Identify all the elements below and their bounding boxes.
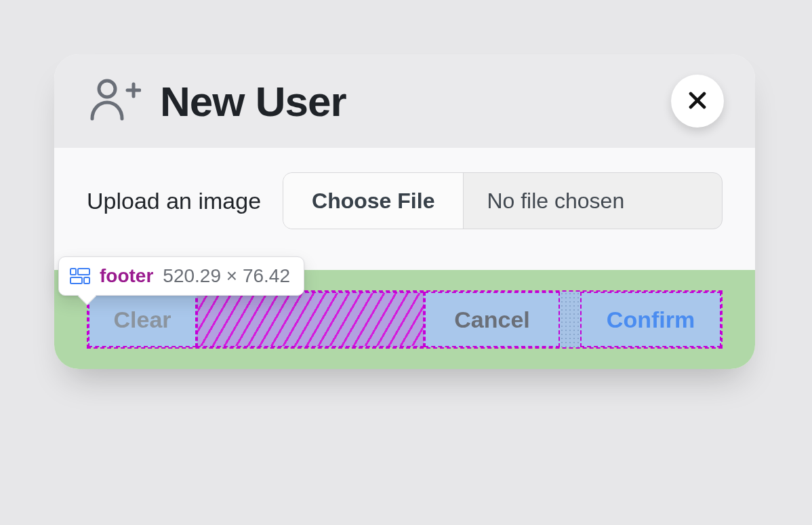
tooltip-element-name: footer (100, 265, 153, 287)
new-user-dialog: New User Upload an image Choose File No … (54, 54, 755, 369)
footer-flex-container: Clear Cancel Confirm (87, 290, 723, 349)
flex-gap (560, 292, 580, 347)
svg-point-0 (99, 81, 115, 97)
devtools-element-tooltip: footer 520.29 × 76.42 (58, 256, 304, 296)
dialog-body: Upload an image Choose File No file chos… (54, 148, 755, 270)
choose-file-button[interactable]: Choose File (283, 173, 464, 229)
svg-rect-6 (78, 269, 89, 275)
add-user-icon (88, 78, 141, 124)
flex-spacer (197, 292, 424, 347)
tooltip-dimensions: 520.29 × 76.42 (163, 265, 290, 287)
svg-rect-7 (70, 277, 82, 284)
clear-button[interactable]: Clear (88, 292, 197, 347)
dialog-header: New User (54, 54, 755, 148)
confirm-button[interactable]: Confirm (580, 292, 721, 347)
flex-container-icon (70, 268, 90, 284)
upload-label: Upload an image (87, 188, 261, 214)
upload-row: Upload an image Choose File No file chos… (87, 172, 723, 229)
file-status-text: No file chosen (464, 173, 722, 229)
close-button[interactable] (671, 75, 724, 128)
svg-rect-8 (84, 277, 89, 284)
cancel-button[interactable]: Cancel (424, 292, 560, 347)
file-input[interactable]: Choose File No file chosen (283, 172, 723, 229)
close-icon (686, 89, 709, 114)
dialog-title: New User (160, 77, 346, 125)
svg-rect-5 (70, 269, 76, 275)
